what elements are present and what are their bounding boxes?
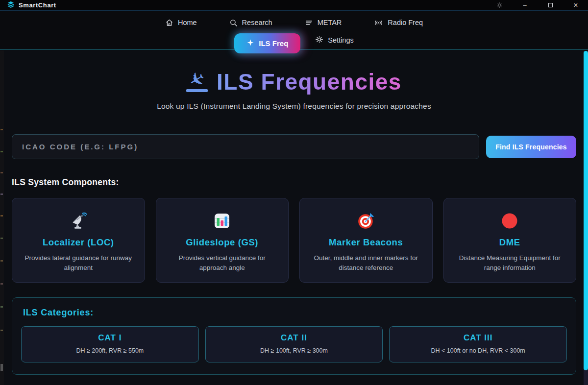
app-brand: SmartChart [7, 0, 56, 10]
nav-item-metar[interactable]: METAR [305, 19, 342, 27]
icao-code-input[interactable] [12, 134, 479, 159]
satellite-antenna-icon [19, 212, 138, 230]
nav-label: Radio Freq [388, 19, 423, 26]
categories-heading: ILS Categories: [23, 308, 567, 318]
radio-waves-icon [374, 19, 383, 27]
tab-settings[interactable]: Settings [315, 35, 353, 48]
category-description: DH < 100ft or no DH, RVR < 300m [394, 347, 562, 354]
components-cards: Localizer (LOC) Provides lateral guidanc… [12, 198, 576, 283]
tab-label: Settings [328, 36, 353, 44]
menu-lines-icon [305, 19, 313, 27]
maximize-button[interactable] [546, 1, 555, 9]
scrollbar-thumb[interactable] [584, 51, 588, 370]
component-description: Outer, middle and inner markers for dist… [307, 253, 425, 272]
nav-label: Research [242, 19, 272, 26]
category-title: CAT III [394, 333, 562, 343]
nav-label: METAR [318, 19, 342, 26]
search-row: Find ILS Frequencies [12, 134, 576, 159]
component-description: Provides vertical guidance for approach … [163, 253, 282, 272]
component-description: Provides lateral guidance for runway ali… [19, 253, 138, 272]
nav-item-research[interactable]: Research [229, 19, 272, 27]
nav-item-home[interactable]: Home [165, 19, 197, 27]
category-card-cat3: CAT III DH < 100ft or no DH, RVR < 300m [389, 326, 567, 362]
target-icon [307, 212, 425, 230]
close-button[interactable]: × [571, 1, 580, 9]
category-description: DH ≥ 200ft, RVR ≥ 550m [26, 347, 194, 354]
nav-item-radio-freq[interactable]: Radio Freq [374, 19, 423, 27]
component-title: Marker Beacons [307, 237, 425, 248]
plane-landing-icon: ✈ [186, 72, 208, 92]
home-icon [165, 19, 173, 27]
component-card-marker-beacons: Marker Beacons Outer, middle and inner m… [299, 198, 433, 283]
component-card-glideslope: Glideslope (GS) Provides vertical guidan… [156, 198, 289, 283]
page-subtitle: Look up ILS (Instrument Landing System) … [12, 102, 576, 111]
scrollbar-track[interactable] [584, 51, 588, 385]
nav-label: Home [178, 19, 197, 26]
gear-icon [315, 35, 323, 45]
component-card-localizer: Localizer (LOC) Provides lateral guidanc… [12, 198, 145, 283]
category-card-cat2: CAT II DH ≥ 100ft, RVR ≥ 300m [205, 326, 383, 362]
components-heading: ILS System Components: [12, 177, 576, 188]
search-icon [229, 19, 238, 27]
category-title: CAT I [26, 333, 194, 343]
find-ils-frequencies-button[interactable]: Find ILS Frequencies [486, 136, 576, 158]
hero-section: ✈ ILS Frequencies Look up ILS (Instrumen… [12, 69, 576, 111]
component-title: DME [451, 237, 569, 248]
component-title: Localizer (LOC) [19, 237, 138, 248]
titlebar: SmartChart – × [0, 0, 588, 11]
page-title: ILS Frequencies [217, 69, 402, 95]
tab-label: ILS Freq [259, 39, 288, 48]
component-description: Distance Measuring Equipment for range i… [451, 253, 569, 272]
minimize-button[interactable]: – [520, 1, 529, 9]
background-window-strip [0, 50, 4, 385]
category-title: CAT II [211, 333, 378, 343]
component-title: Glideslope (GS) [163, 237, 282, 248]
sparkle-icon [246, 39, 254, 48]
main-nav: Home Research METAR [0, 11, 588, 50]
titlebar-settings-icon[interactable] [495, 1, 504, 9]
layers-logo-icon [7, 0, 15, 10]
ils-categories-panel: ILS Categories: CAT I DH ≥ 200ft, RVR ≥ … [12, 297, 576, 375]
bar-chart-icon [163, 212, 282, 230]
category-description: DH ≥ 100ft, RVR ≥ 300m [211, 347, 378, 354]
app-title: SmartChart [19, 1, 56, 9]
component-card-dme: DME Distance Measuring Equipment for ran… [443, 198, 577, 283]
red-circle-icon [451, 212, 569, 230]
main-content: ✈ ILS Frequencies Look up ILS (Instrumen… [0, 69, 588, 375]
maximize-icon [548, 3, 553, 7]
category-card-cat1: CAT I DH ≥ 200ft, RVR ≥ 550m [21, 326, 199, 362]
tab-ils-freq-active[interactable]: ILS Freq [234, 33, 300, 53]
